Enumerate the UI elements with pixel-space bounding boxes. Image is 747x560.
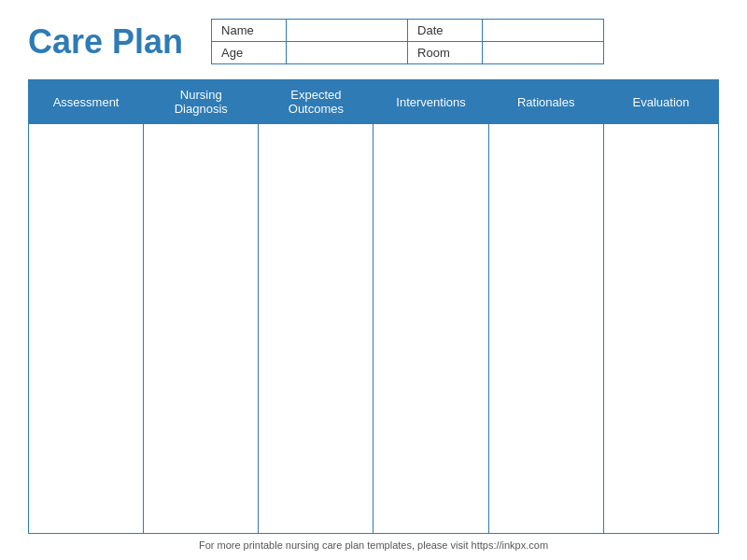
page-title: Care Plan bbox=[28, 22, 183, 62]
col-rationales: Rationales bbox=[488, 80, 603, 124]
col-interventions: Interventions bbox=[374, 80, 488, 124]
age-value[interactable] bbox=[287, 42, 408, 64]
footer-text: For more printable nursing care plan tem… bbox=[199, 539, 548, 551]
care-table-wrapper: Assessment NursingDiagnosis ExpectedOutc… bbox=[28, 79, 719, 534]
cell-nursing-diagnosis[interactable] bbox=[144, 124, 259, 534]
col-expected-outcomes: ExpectedOutcomes bbox=[259, 80, 374, 124]
cell-evaluation[interactable] bbox=[603, 124, 718, 534]
care-table: Assessment NursingDiagnosis ExpectedOutc… bbox=[28, 79, 719, 534]
date-value[interactable] bbox=[483, 20, 604, 42]
date-label: Date bbox=[408, 20, 483, 42]
page: Care Plan Name Date Age Room Assessment … bbox=[0, 0, 747, 560]
cell-interventions[interactable] bbox=[374, 124, 488, 534]
room-label: Room bbox=[408, 42, 483, 64]
cell-assessment[interactable] bbox=[29, 124, 144, 534]
cell-expected-outcomes[interactable] bbox=[259, 124, 374, 534]
room-value[interactable] bbox=[483, 42, 604, 64]
name-label: Name bbox=[212, 20, 287, 42]
info-table: Name Date Age Room bbox=[211, 19, 604, 64]
cell-rationales[interactable] bbox=[488, 124, 603, 534]
col-assessment: Assessment bbox=[29, 80, 144, 124]
header: Care Plan Name Date Age Room bbox=[28, 19, 719, 64]
table-header-row: Assessment NursingDiagnosis ExpectedOutc… bbox=[29, 80, 719, 124]
col-nursing-diagnosis: NursingDiagnosis bbox=[144, 80, 259, 124]
table-row bbox=[29, 124, 719, 534]
name-value[interactable] bbox=[287, 20, 408, 42]
col-evaluation: Evaluation bbox=[603, 80, 718, 124]
age-label: Age bbox=[212, 42, 287, 64]
footer: For more printable nursing care plan tem… bbox=[28, 534, 719, 551]
